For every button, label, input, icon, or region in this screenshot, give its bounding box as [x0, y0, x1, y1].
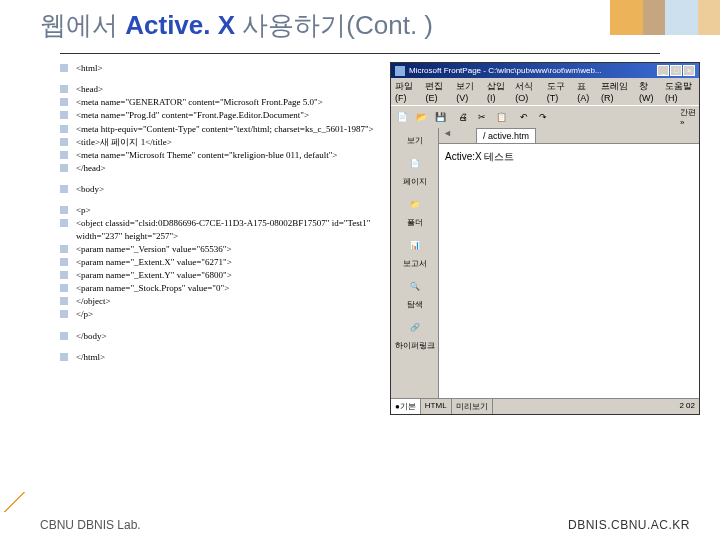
menu-item[interactable]: 파일(F)	[395, 80, 417, 103]
footer-left: CBNU DBNIS Lab.	[40, 518, 141, 532]
corner-decoration	[0, 492, 30, 512]
bullet-icon	[60, 85, 68, 93]
sidebar-icon: 📁	[404, 193, 426, 215]
main-area: ◄ / active.htm Active:X 테스트	[439, 128, 699, 398]
window-title: Microsoft FrontPage - C:\wlnc\pubwww\roo…	[409, 66, 653, 75]
undo-button[interactable]: ↶	[515, 108, 533, 126]
copy-button[interactable]: 📋	[492, 108, 510, 126]
sidebar-icon: 🔍	[404, 275, 426, 297]
bullet-icon	[60, 297, 68, 305]
code-text: <param name="_Extent.X" value="6271">	[76, 256, 232, 268]
sidebar-item[interactable]: 📁폴더	[391, 190, 438, 231]
sidebar-item[interactable]: 📊보고서	[391, 231, 438, 272]
status-right: 2 02	[675, 399, 699, 414]
bullet-icon	[60, 284, 68, 292]
code-line: <param name="_Stock.Props" value="0">	[60, 282, 375, 294]
code-line: </body>	[60, 330, 375, 342]
code-text: </html>	[76, 351, 105, 363]
menu-item[interactable]: 도구(T)	[547, 80, 569, 103]
cut-button[interactable]: ✂	[473, 108, 491, 126]
code-text: <param name="_Extent.Y" value="6800">	[76, 269, 232, 281]
statusbar: ●기본 HTML 미리보기 2 02	[391, 398, 699, 414]
view-normal-tab[interactable]: ●기본	[391, 399, 421, 414]
code-text: </head>	[76, 162, 106, 174]
code-line: <meta name="GENERATOR" content="Microsof…	[60, 96, 375, 108]
bullet-icon	[60, 332, 68, 340]
code-text: <p>	[76, 204, 91, 216]
document-tab[interactable]: / active.htm	[476, 128, 536, 143]
menu-item[interactable]: 프레임(R)	[601, 80, 631, 103]
menu-item[interactable]: 창(W)	[639, 80, 657, 103]
save-button[interactable]: 💾	[431, 108, 449, 126]
sidebar-icon: 📊	[404, 234, 426, 256]
footer-right: DBNIS.CBNU.AC.KR	[568, 518, 690, 532]
code-line: </html>	[60, 351, 375, 363]
code-text: <meta http-equiv="Content-Type" content=…	[76, 123, 374, 135]
code-listing: <html><head><meta name="GENERATOR" conte…	[60, 62, 375, 415]
sidebar-label: 하이퍼링크	[391, 340, 438, 351]
tab-prev[interactable]: ◄	[439, 128, 456, 143]
code-text: </body>	[76, 330, 107, 342]
code-line: </p>	[60, 308, 375, 320]
bullet-icon	[60, 185, 68, 193]
more-button[interactable]: 간편 »	[679, 108, 697, 126]
sidebar-item[interactable]: 📄페이지	[391, 149, 438, 190]
title-part1: 웹에서	[40, 10, 125, 40]
code-line: <param name="_Extent.Y" value="6800">	[60, 269, 375, 281]
bullet-icon	[60, 125, 68, 133]
app-screenshot: Microsoft FrontPage - C:\wlnc\pubwww\roo…	[390, 62, 700, 415]
code-line: <title>새 페이지 1</title>	[60, 136, 375, 148]
menu-item[interactable]: 서식(O)	[515, 80, 539, 103]
bullet-icon	[60, 98, 68, 106]
menu-item[interactable]: 보기(V)	[456, 80, 479, 103]
print-button[interactable]: 🖨	[454, 108, 472, 126]
code-text: </object>	[76, 295, 111, 307]
code-line: </object>	[60, 295, 375, 307]
code-text: </p>	[76, 308, 93, 320]
code-line: <meta name="Microsoft Theme" content="kr…	[60, 149, 375, 161]
code-text: <object classid="clsid:0D886696-C7CE-11D…	[76, 217, 375, 241]
bullet-icon	[60, 258, 68, 266]
bullet-icon	[60, 64, 68, 72]
editor-canvas[interactable]: Active:X 테스트	[439, 144, 699, 398]
code-line: <param name="_Version" value="65536">	[60, 243, 375, 255]
toolbar: 📄 📂 💾 🖨 ✂ 📋 ↶ ↷ 간편 »	[391, 105, 699, 128]
sidebar-icon: 📄	[404, 152, 426, 174]
open-button[interactable]: 📂	[412, 108, 430, 126]
bullet-icon	[60, 138, 68, 146]
code-text: <meta name="Microsoft Theme" content="kr…	[76, 149, 337, 161]
code-text: <html>	[76, 62, 103, 74]
menu-item[interactable]: 편집(E)	[425, 80, 448, 103]
sidebar-icon: 🔗	[404, 316, 426, 338]
canvas-text: Active:X 테스트	[445, 151, 514, 162]
menu-item[interactable]: 표(A)	[577, 80, 593, 103]
code-line: <param name="_Extent.X" value="6271">	[60, 256, 375, 268]
menu-item[interactable]: 삽입(I)	[487, 80, 507, 103]
views-sidebar: 보기📄페이지📁폴더📊보고서🔍탐색🔗하이퍼링크	[391, 128, 439, 398]
maximize-button[interactable]: □	[670, 65, 682, 76]
new-button[interactable]: 📄	[393, 108, 411, 126]
code-line: <html>	[60, 62, 375, 74]
sidebar-label: 보고서	[391, 258, 438, 269]
bullet-icon	[60, 271, 68, 279]
content-area: <html><head><meta name="GENERATOR" conte…	[0, 56, 720, 415]
sidebar-item[interactable]: 🔍탐색	[391, 272, 438, 313]
view-html-tab[interactable]: HTML	[421, 399, 452, 414]
title-part3: 사용하기(Cont. )	[242, 10, 433, 40]
menubar: 파일(F)편집(E)보기(V)삽입(I)서식(O)도구(T)표(A)프레임(R)…	[391, 78, 699, 105]
menu-item[interactable]: 도움말(H)	[665, 80, 695, 103]
bullet-icon	[60, 206, 68, 214]
code-line: <head>	[60, 83, 375, 95]
app-icon	[395, 66, 405, 76]
code-text: <meta name="Prog.Id" content="Front.Page…	[76, 109, 309, 121]
sidebar-item[interactable]: 🔗하이퍼링크	[391, 313, 438, 354]
title-part2: Active. X	[125, 10, 242, 40]
sidebar-label: 폴더	[391, 217, 438, 228]
window-buttons: _ □ ×	[657, 65, 695, 76]
view-preview-tab[interactable]: 미리보기	[452, 399, 493, 414]
redo-button[interactable]: ↷	[534, 108, 552, 126]
close-button[interactable]: ×	[683, 65, 695, 76]
minimize-button[interactable]: _	[657, 65, 669, 76]
frontpage-window: Microsoft FrontPage - C:\wlnc\pubwww\roo…	[390, 62, 700, 415]
code-line: <meta http-equiv="Content-Type" content=…	[60, 123, 375, 135]
